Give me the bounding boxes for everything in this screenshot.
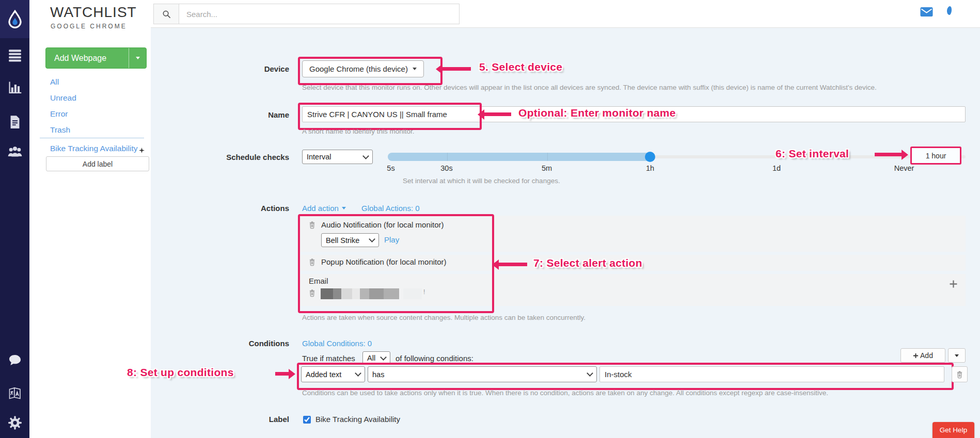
search-button[interactable] <box>153 4 179 24</box>
schedule-mode-select[interactable]: Interval <box>302 150 373 164</box>
play-link[interactable]: Play <box>384 235 399 244</box>
add-webpage-button[interactable]: Add Webpage <box>45 47 147 69</box>
add-condition-caret-button[interactable] <box>948 348 966 363</box>
condition-value-input[interactable] <box>599 366 944 382</box>
annotation-arrow-device <box>442 67 471 71</box>
redacted-email <box>321 288 399 299</box>
trash-icon <box>956 370 963 379</box>
device-dropdown-value: Google Chrome (this device) <box>309 64 408 73</box>
annotation-name: Optional: Enter monitor name <box>518 107 676 119</box>
chevron-down-icon <box>380 354 387 361</box>
tick-30s: 30s <box>440 164 452 172</box>
condition-operator-value: has <box>372 370 384 379</box>
list-icon[interactable] <box>8 48 22 62</box>
global-actions-link[interactable]: Global Actions: 0 <box>361 204 420 213</box>
match-prefix-text: True if matches <box>302 354 355 363</box>
label-row-label: Label <box>151 415 289 424</box>
tick-never: Never <box>894 164 914 172</box>
match-select[interactable]: All <box>362 351 390 365</box>
email-status-mark: ! <box>423 288 425 296</box>
get-help-button[interactable]: Get Help <box>932 422 974 438</box>
chevron-down-icon <box>362 153 369 159</box>
device-label: Device <box>151 64 289 73</box>
annotation-arrow-name <box>484 112 511 116</box>
tick-5m: 5m <box>542 164 552 172</box>
email-action-title: Email <box>309 277 328 285</box>
slider-fill[interactable] <box>388 153 650 161</box>
slider-thumb[interactable] <box>645 152 655 162</box>
add-webpage-caret[interactable] <box>129 48 146 68</box>
cursor-star-icon <box>139 148 145 153</box>
search-group <box>153 4 460 24</box>
audio-sound-select[interactable]: Bell Strike <box>321 233 379 247</box>
condition-field-select[interactable]: Added text <box>301 366 365 382</box>
sidebar-item-trash[interactable]: Trash <box>50 125 70 135</box>
translate-icon[interactable] <box>8 386 22 400</box>
add-action-label: Add action <box>302 204 339 213</box>
audio-sound-value: Bell Strike <box>326 236 359 245</box>
annotation-arrow-actions <box>499 263 527 266</box>
icon-rail <box>0 0 29 438</box>
audio-action-title: Audio Notification (for local monitor) <box>321 220 444 229</box>
actions-label: Actions <box>151 204 289 213</box>
bar-chart-icon[interactable] <box>8 80 22 94</box>
trash-icon[interactable] <box>308 221 316 229</box>
chevron-down-icon <box>369 236 375 242</box>
sidebar-item-unread[interactable]: Unread <box>50 93 76 103</box>
people-icon[interactable] <box>7 145 22 158</box>
name-label: Name <box>151 110 289 119</box>
annotation-device: 5. Select device <box>479 61 562 73</box>
annotation-condition: 8: Set up conditions <box>127 366 234 379</box>
app-title: WATCHLIST <box>50 4 137 21</box>
gear-icon[interactable] <box>8 416 22 430</box>
name-help-text: A short name to identify this monitor. <box>302 127 415 135</box>
sidebar-divider <box>40 138 144 138</box>
water-drop-icon <box>5 9 25 29</box>
add-email-plus-icon[interactable] <box>949 280 958 288</box>
chevron-down-icon <box>413 68 417 70</box>
annotation-arrow-interval <box>875 153 902 156</box>
condition-field-value: Added text <box>306 370 341 379</box>
conditions-caption: Conditions can be used to take actions o… <box>302 389 828 397</box>
label-checkbox-text: Bike Tracking Availability <box>315 415 400 424</box>
add-webpage-label[interactable]: Add Webpage <box>46 48 129 68</box>
sidebar-item-error[interactable]: Error <box>50 109 68 119</box>
global-conditions-link[interactable]: Global Conditions: 0 <box>302 339 372 348</box>
add-condition-button[interactable]: Add <box>900 348 945 363</box>
search-icon <box>162 10 171 19</box>
slider-tick <box>447 153 448 161</box>
watchlist-app: WATCHLIST GOOGLE CHROME Add Webpage All … <box>0 0 980 438</box>
schedule-mode-value: Interval <box>307 153 331 161</box>
conditions-label: Conditions <box>151 339 289 348</box>
slider-tick <box>547 153 548 161</box>
trash-icon[interactable] <box>308 289 316 297</box>
match-select-value: All <box>367 354 375 362</box>
envelope-icon[interactable] <box>920 7 933 17</box>
add-label-button[interactable]: Add label <box>46 156 149 171</box>
annotation-interval: 6: Set interval <box>776 148 849 160</box>
add-action-link[interactable]: Add action <box>302 204 346 213</box>
sidebar-item-label-filter[interactable]: Bike Tracking Availability <box>50 144 137 153</box>
chevron-down-icon <box>955 354 959 357</box>
add-condition-label: Add <box>920 351 933 360</box>
annotation-action: 7: Select alert action <box>533 257 642 269</box>
annotation-arrow-condition <box>275 372 289 376</box>
condition-operator-select[interactable]: has <box>368 366 597 382</box>
label-checkbox[interactable] <box>303 416 311 424</box>
schedule-caption: Set interval at which it will be checked… <box>403 177 560 185</box>
delete-condition-button[interactable] <box>952 366 968 382</box>
sidebar-item-all[interactable]: All <box>50 77 59 87</box>
tick-1d: 1d <box>772 164 781 172</box>
redacted-email-tail <box>403 288 422 299</box>
trash-icon[interactable] <box>308 258 316 266</box>
chevron-down-icon <box>136 57 140 59</box>
search-input[interactable] <box>179 4 460 24</box>
device-help-text: Select device that this monitor runs on.… <box>302 84 877 91</box>
device-dropdown[interactable]: Google Chrome (this device) <box>302 60 424 77</box>
distill-logo[interactable] <box>0 0 29 38</box>
document-icon[interactable] <box>8 115 21 129</box>
chevron-down-icon <box>587 370 593 377</box>
schedule-label: Schedule checks <box>151 153 289 161</box>
annotation-interval-value: 1 hour <box>910 147 961 165</box>
chat-icon[interactable] <box>8 354 22 367</box>
